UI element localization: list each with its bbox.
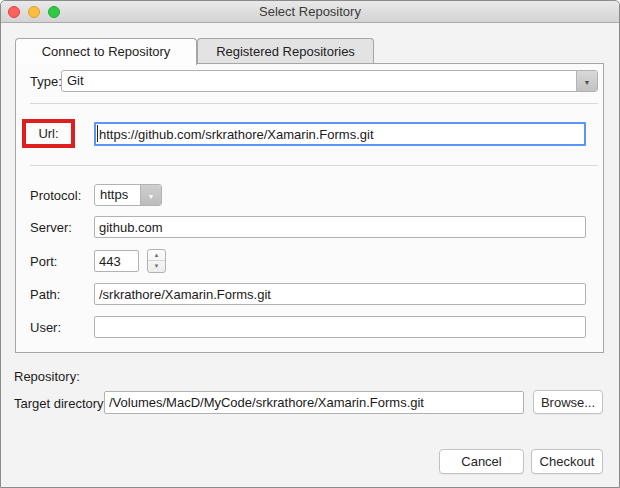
divider xyxy=(30,165,598,166)
connect-panel: Type: Git ▼ Url: Protocol: https ▼ Serve… xyxy=(15,63,604,353)
type-dropdown-button[interactable]: ▼ xyxy=(576,71,597,91)
protocol-dropdown-button[interactable]: ▼ xyxy=(140,185,161,205)
repository-section-label: Repository: xyxy=(14,369,80,384)
port-input[interactable] xyxy=(94,250,139,272)
chevron-down-icon: ▼ xyxy=(148,193,155,200)
path-label: Path: xyxy=(30,287,60,302)
title-bar[interactable]: Select Repository xyxy=(1,1,619,23)
divider xyxy=(30,103,598,104)
checkout-button[interactable]: Checkout xyxy=(531,449,603,474)
protocol-value: https xyxy=(100,185,128,205)
chevron-down-icon: ▼ xyxy=(584,79,591,86)
target-directory-label: Target directory: xyxy=(14,396,107,411)
protocol-label: Protocol: xyxy=(30,188,81,203)
protocol-select[interactable]: https ▼ xyxy=(94,184,162,206)
user-input[interactable] xyxy=(94,316,586,338)
url-label: Url: xyxy=(38,126,58,141)
stepper-down-button[interactable]: ▼ xyxy=(148,261,165,272)
path-input[interactable] xyxy=(94,283,586,305)
tab-connect-to-repository[interactable]: Connect to Repository xyxy=(15,38,197,65)
user-label: User: xyxy=(30,320,61,335)
port-stepper: ▲ ▼ xyxy=(147,249,166,273)
browse-button[interactable]: Browse... xyxy=(533,390,603,414)
url-highlight-box: Url: xyxy=(22,119,75,148)
tab-registered-repositories[interactable]: Registered Repositories xyxy=(197,38,374,63)
url-input[interactable] xyxy=(94,122,586,146)
server-input[interactable] xyxy=(94,216,586,238)
cancel-button[interactable]: Cancel xyxy=(439,449,524,474)
select-repository-dialog: Select Repository Connect to Repository … xyxy=(0,0,620,488)
port-label: Port: xyxy=(30,254,57,269)
type-value: Git xyxy=(67,71,84,91)
window-title: Select Repository xyxy=(1,1,619,23)
server-label: Server: xyxy=(30,220,72,235)
target-directory-input[interactable] xyxy=(104,391,524,414)
type-label: Type: xyxy=(30,74,62,89)
type-select[interactable]: Git ▼ xyxy=(61,70,598,92)
stepper-up-button[interactable]: ▲ xyxy=(148,250,165,261)
